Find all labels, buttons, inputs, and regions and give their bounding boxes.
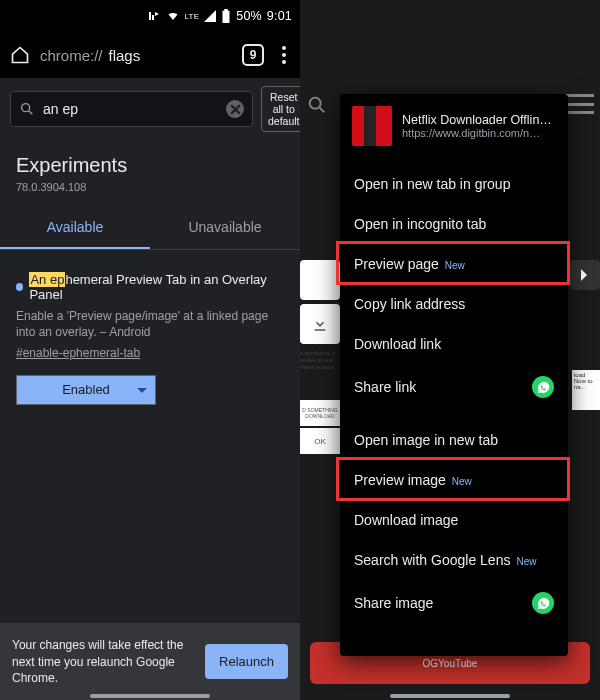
link-context-menu: Netflix Downloader Offline A… https://ww… bbox=[340, 94, 568, 656]
gesture-pill[interactable] bbox=[90, 694, 210, 698]
context-menu-item-label: Download image bbox=[354, 512, 458, 528]
whatsapp-icon bbox=[532, 592, 554, 614]
bg-text: s symbol to d sodes to wat thout using a bbox=[300, 350, 340, 372]
context-menu-item-label: Open in new tab in group bbox=[354, 176, 510, 192]
relaunch-button[interactable]: Relaunch bbox=[205, 644, 288, 679]
tab-switcher[interactable]: 9 bbox=[242, 44, 264, 66]
context-link-url: https://www.digitbin.com/n… bbox=[402, 127, 556, 139]
relaunch-bar: Your changes will take effect the next t… bbox=[0, 623, 300, 700]
chrome-version: 78.0.3904.108 bbox=[0, 179, 300, 205]
context-menu-item[interactable]: Download image bbox=[340, 500, 568, 540]
bg-card bbox=[300, 260, 340, 300]
bg-download-icon bbox=[300, 304, 340, 344]
flag-description: Enable a 'Preview page/image' at a linke… bbox=[16, 302, 284, 342]
omnibox-row: chrome://flags 9 bbox=[0, 32, 300, 78]
context-menu-separator bbox=[340, 410, 568, 420]
gesture-pill[interactable] bbox=[390, 694, 510, 698]
context-menu-item-label: Share link bbox=[354, 379, 416, 395]
omnibox[interactable]: chrome://flags bbox=[40, 47, 232, 64]
context-menu-item-label: Open in incognito tab bbox=[354, 216, 486, 232]
relaunch-message: Your changes will take effect the next t… bbox=[12, 637, 195, 686]
flag-title-rest: hemeral Preview Tab in an Overlay Panel bbox=[29, 272, 266, 302]
flag-modified-dot-icon bbox=[16, 283, 23, 291]
lte-label: LTE bbox=[185, 12, 200, 21]
volte-icon bbox=[147, 10, 161, 22]
whatsapp-icon bbox=[532, 376, 554, 398]
bg-play-icon bbox=[570, 260, 600, 290]
left-pane: LTE 50% 9:01 chrome://flags 9 bbox=[0, 0, 300, 700]
signal-icon bbox=[204, 10, 216, 22]
bg-right-card: load Now to na... bbox=[572, 370, 600, 410]
context-menu-item[interactable]: Open image in new tab bbox=[340, 420, 568, 460]
tab-unavailable[interactable]: Unavailable bbox=[150, 205, 300, 249]
right-pane: LTE 50% 9:02 digitbin.com 9 bbox=[300, 0, 600, 700]
flag-state-value: Enabled bbox=[62, 382, 110, 397]
svg-point-1 bbox=[310, 98, 321, 109]
reset-all-button[interactable]: Reset all to default bbox=[261, 86, 300, 132]
hamburger-icon[interactable] bbox=[564, 94, 594, 114]
bg-ok-label: OK bbox=[300, 428, 340, 454]
tab-available[interactable]: Available bbox=[0, 205, 150, 249]
battery-icon bbox=[221, 9, 231, 23]
url-protocol: chrome:// bbox=[40, 47, 103, 64]
home-icon[interactable] bbox=[10, 45, 30, 65]
clear-search-icon[interactable] bbox=[226, 100, 244, 118]
context-menu-item-label: Copy link address bbox=[354, 296, 465, 312]
clock: 9:01 bbox=[267, 9, 292, 23]
flag-entry: An ephemeral Preview Tab in an Overlay P… bbox=[0, 250, 300, 414]
bg-ok-button: D SOMETHING DOWNLOAD bbox=[300, 400, 340, 426]
flag-title-highlight: An ep bbox=[29, 272, 65, 287]
context-menu-item-label: Preview page bbox=[354, 256, 439, 272]
svg-point-0 bbox=[22, 104, 30, 112]
context-menu-item[interactable]: Preview pageNew bbox=[340, 244, 568, 284]
context-menu-header[interactable]: Netflix Downloader Offline A… https://ww… bbox=[340, 94, 568, 160]
flag-tabs: Available Unavailable bbox=[0, 205, 300, 250]
flag-title: An ephemeral Preview Tab in an Overlay P… bbox=[16, 272, 284, 302]
context-menu-item-label: Search with Google Lens bbox=[354, 552, 510, 568]
page-search-icon[interactable] bbox=[306, 94, 328, 116]
context-menu-items: Open in new tab in groupOpen in incognit… bbox=[340, 160, 568, 630]
overflow-menu-icon[interactable] bbox=[274, 45, 294, 65]
flags-search-box[interactable] bbox=[10, 91, 253, 127]
context-menu-item[interactable]: Share image bbox=[340, 580, 568, 626]
new-badge: New bbox=[516, 556, 536, 567]
context-link-thumbnail bbox=[352, 106, 392, 146]
context-menu-item[interactable]: Preview imageNew bbox=[340, 460, 568, 500]
context-menu-item[interactable]: Download link bbox=[340, 324, 568, 364]
wifi-icon bbox=[166, 10, 180, 22]
battery-pct: 50% bbox=[236, 9, 262, 23]
url-path: flags bbox=[109, 47, 141, 64]
context-menu-item[interactable]: Share link bbox=[340, 364, 568, 410]
context-menu-item-label: Open image in new tab bbox=[354, 432, 498, 448]
flag-state-dropdown[interactable]: Enabled bbox=[16, 375, 156, 405]
new-badge: New bbox=[445, 260, 465, 271]
flag-anchor-link[interactable]: #enable-ephemeral-tab bbox=[16, 346, 140, 360]
bg-youtube-label: OGYouTube bbox=[423, 658, 478, 669]
status-bar: LTE 50% 9:01 bbox=[0, 0, 300, 32]
context-menu-item[interactable]: Search with Google LensNew bbox=[340, 540, 568, 580]
context-menu-item[interactable]: Open in incognito tab bbox=[340, 204, 568, 244]
context-link-title: Netflix Downloader Offline A… bbox=[402, 113, 556, 127]
page-title: Experiments bbox=[0, 140, 300, 179]
context-menu-item[interactable]: Copy link address bbox=[340, 284, 568, 324]
tab-count: 9 bbox=[250, 48, 257, 62]
search-icon bbox=[19, 101, 35, 117]
context-menu-item-label: Download link bbox=[354, 336, 441, 352]
flags-page: Reset all to default Experiments 78.0.39… bbox=[0, 78, 300, 700]
context-menu-item-label: Preview image bbox=[354, 472, 446, 488]
new-badge: New bbox=[452, 476, 472, 487]
flags-search-input[interactable] bbox=[43, 101, 218, 117]
context-menu-item[interactable]: Open in new tab in group bbox=[340, 164, 568, 204]
context-menu-item-label: Share image bbox=[354, 595, 433, 611]
